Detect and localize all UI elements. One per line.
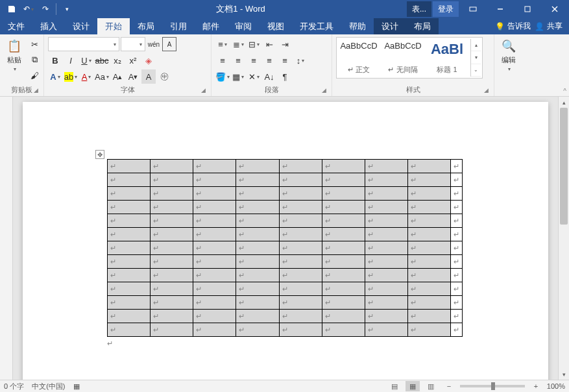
zoom-slider[interactable] [460, 385, 525, 387]
table-cell[interactable]: ↵ [279, 187, 322, 201]
editing-button[interactable]: 🔍 编辑 ▾ [498, 37, 519, 73]
numbering-button[interactable]: ≣▾ [231, 37, 245, 51]
close-button[interactable] [542, 0, 568, 18]
zoom-in-button[interactable]: + [529, 381, 543, 391]
copy-button[interactable]: ⧉ [27, 53, 42, 67]
table-cell[interactable]: ↵ [193, 323, 236, 337]
table-cell[interactable]: ↵ [365, 323, 407, 337]
table-cell[interactable]: ↵ [365, 187, 407, 201]
undo-button[interactable]: ↶▾ [21, 1, 36, 17]
table-cell[interactable]: ↵ [151, 241, 193, 255]
scroll-down-button[interactable]: ▾ [559, 369, 569, 380]
table-cell[interactable]: ↵ [108, 282, 151, 296]
align-center-button[interactable]: ≡ [231, 53, 245, 67]
table-cell[interactable]: ↵ [193, 160, 236, 173]
tab-insert[interactable]: 插入 [32, 18, 65, 34]
table-cell[interactable]: ↵ [279, 228, 322, 241]
show-marks-button[interactable]: ¶ [278, 69, 292, 84]
multilevel-button[interactable]: ⊟▾ [247, 37, 261, 51]
table-cell[interactable]: ↵ [108, 323, 151, 337]
table-cell[interactable]: ↵ [322, 323, 365, 337]
redo-button[interactable]: ↷ [38, 1, 53, 17]
highlight-button[interactable]: ab▾ [64, 69, 78, 84]
table-cell[interactable]: ↵ [365, 255, 407, 269]
table-cell[interactable]: ↵ [193, 214, 236, 228]
font-launcher[interactable]: ◢ [199, 87, 207, 95]
save-button[interactable] [4, 1, 19, 17]
table-cell[interactable]: ↵ [279, 173, 322, 187]
table-cell[interactable]: ↵ [322, 255, 365, 269]
table-cell[interactable]: ↵ [407, 310, 450, 323]
table-cell[interactable]: ↵ [108, 187, 151, 201]
table-cell[interactable]: ↵ [151, 214, 193, 228]
table-cell[interactable]: ↵ [365, 241, 407, 255]
table-cell[interactable]: ↵ [322, 173, 365, 187]
table-cell[interactable]: ↵ [407, 160, 450, 173]
table-cell[interactable]: ↵ [322, 310, 365, 323]
style-normal[interactable]: AaBbCcD ↵ 正文 [338, 39, 380, 77]
table-cell[interactable]: ↵ [407, 282, 450, 296]
vertical-ruler[interactable] [0, 97, 13, 380]
table-cell[interactable]: ↵ [151, 187, 193, 201]
paragraph-launcher[interactable]: ◢ [320, 87, 328, 95]
format-painter-button[interactable]: 🖌 [27, 68, 42, 82]
distribute-button[interactable]: ≡ [278, 53, 292, 67]
phonetic-guide-button[interactable]: wén [147, 37, 161, 51]
table-cell[interactable]: ↵ [108, 160, 151, 173]
table-cell[interactable]: ↵ [236, 241, 279, 255]
table-cell[interactable]: ↵ [322, 282, 365, 296]
font-color-button[interactable]: A▾ [79, 69, 93, 84]
table-cell[interactable]: ↵ [151, 173, 193, 187]
scroll-up-button[interactable]: ▴ [559, 97, 569, 108]
shrink-font-button[interactable]: A▾ [126, 69, 140, 84]
strikethrough-button[interactable]: abc [95, 53, 109, 67]
styles-launcher[interactable]: ◢ [482, 87, 490, 95]
table-cell[interactable]: ↵ [151, 310, 193, 323]
tab-mailings[interactable]: 邮件 [195, 18, 227, 34]
paste-button[interactable]: 📋 粘贴 ▾ [4, 37, 25, 73]
table-cell[interactable]: ↵ [279, 214, 322, 228]
table-cell[interactable]: ↵ [365, 282, 407, 296]
align-right-button[interactable]: ≡ [247, 53, 261, 67]
decrease-indent-button[interactable]: ⇤ [262, 37, 276, 51]
subscript-button[interactable]: x₂ [110, 53, 125, 67]
cut-button[interactable]: ✂ [27, 37, 42, 51]
table-cell[interactable]: ↵ [236, 255, 279, 269]
table-cell[interactable]: ↵ [151, 296, 193, 310]
table-cell[interactable]: ↵ [151, 228, 193, 241]
table-cell[interactable]: ↵ [236, 296, 279, 310]
tab-design[interactable]: 设计 [65, 18, 97, 34]
read-mode-button[interactable]: ▤ [387, 381, 402, 391]
table-cell[interactable]: ↵ [236, 201, 279, 214]
bold-button[interactable]: B [48, 53, 62, 67]
table-cell[interactable]: ↵ [236, 173, 279, 187]
language-status[interactable]: 中文(中国) [32, 382, 65, 391]
tab-references[interactable]: 引用 [162, 18, 195, 34]
table-cell[interactable]: ↵ [108, 255, 151, 269]
font-size-combo[interactable]: ▾ [121, 37, 145, 51]
table-cell[interactable]: ↵ [108, 296, 151, 310]
web-layout-button[interactable]: ▥ [424, 381, 438, 391]
asian-layout-button[interactable]: ✕▾ [247, 69, 261, 84]
table-cell[interactable]: ↵ [322, 296, 365, 310]
table-cell[interactable]: ↵ [365, 310, 407, 323]
change-case-button[interactable]: Aa▾ [95, 69, 109, 84]
font-name-combo[interactable]: ▾ [48, 37, 119, 51]
word-count[interactable]: 0 个字 [4, 382, 24, 391]
table-cell[interactable]: ↵ [279, 255, 322, 269]
table-cell[interactable]: ↵ [407, 296, 450, 310]
line-spacing-button[interactable]: ↕▾ [293, 53, 308, 67]
tab-layout[interactable]: 布局 [130, 18, 162, 34]
table-cell[interactable]: ↵ [322, 228, 365, 241]
table-cell[interactable]: ↵ [236, 187, 279, 201]
table-cell[interactable]: ↵ [322, 187, 365, 201]
table-cell[interactable]: ↵ [407, 187, 450, 201]
table-cell[interactable]: ↵ [365, 201, 407, 214]
table-cell[interactable]: ↵ [151, 323, 193, 337]
clear-format-button[interactable]: ◈ [141, 53, 156, 67]
char-border-button[interactable]: A [162, 37, 176, 51]
table-cell[interactable]: ↵ [322, 214, 365, 228]
styles-gallery-more[interactable]: ▴▾⌄ [470, 39, 481, 77]
italic-button[interactable]: I [64, 53, 78, 67]
zoom-level[interactable]: 100% [547, 382, 565, 390]
